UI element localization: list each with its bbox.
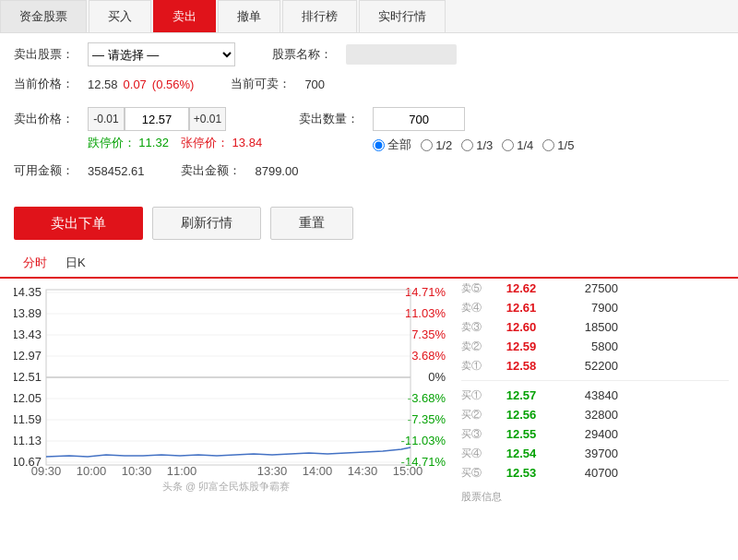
stock-info-label: 股票信息 (461, 490, 729, 504)
bid3-vol: 29400 (554, 427, 618, 441)
current-price-row: 当前价格： 12.58 0.07 (0.56%) 当前可卖： 700 (14, 76, 724, 92)
price-minus-button[interactable]: -0.01 (88, 107, 125, 131)
ask4-label: 卖④ (461, 301, 489, 315)
ask4-price: 12.61 (489, 301, 554, 315)
svg-text:7.35%: 7.35% (411, 328, 446, 341)
ask-row-1: 卖① 12.58 52200 (461, 356, 729, 375)
chart-tab-minute[interactable]: 分时 (14, 249, 56, 279)
ask-row-4: 卖④ 12.61 7900 (461, 298, 729, 317)
svg-text:12.51: 12.51 (14, 370, 42, 384)
svg-text:-7.35%: -7.35% (408, 412, 446, 426)
ask5-label: 卖⑤ (461, 281, 489, 295)
tab-realtime[interactable]: 实时行情 (359, 0, 446, 32)
stock-name-label: 股票名称： (272, 46, 346, 63)
bid3-price: 12.55 (489, 427, 554, 441)
price-change-pct: (0.56%) (152, 77, 195, 91)
svg-text:12.97: 12.97 (14, 349, 42, 363)
order-book: 卖⑤ 12.62 27500 卖④ 12.61 7900 卖③ 12.60 18… (452, 279, 738, 504)
trade-form: 卖出股票： — 请选择 — 股票名称： 当前价格： 12.58 0.07 (0.… (0, 33, 738, 197)
bid-row-3: 买③ 12.55 29400 (461, 424, 729, 444)
bid4-price: 12.54 (489, 447, 554, 460)
svg-text:10:30: 10:30 (122, 464, 152, 478)
ask2-vol: 5800 (554, 340, 618, 353)
watermark: 头条 @ 卯富全民炼股争霸赛 (14, 480, 438, 494)
svg-text:13.89: 13.89 (14, 306, 42, 320)
ask2-price: 12.59 (489, 340, 554, 353)
price-info: 12.58 0.07 (0.56%) (88, 77, 194, 91)
bid5-price: 12.53 (489, 466, 554, 480)
svg-text:09:30: 09:30 (31, 464, 62, 478)
radio-quarter[interactable]: 1/4 (502, 138, 533, 152)
limit-down-value: 11.32 (138, 136, 169, 149)
limit-up-label: 张停价： (181, 136, 229, 149)
bid1-vol: 43840 (554, 388, 618, 402)
svg-text:11.59: 11.59 (14, 412, 42, 426)
svg-text:11.03%: 11.03% (405, 306, 446, 320)
bid-row-1: 买① 12.57 43840 (461, 386, 729, 405)
stock-name-value (346, 44, 457, 65)
svg-text:13.43: 13.43 (14, 328, 42, 341)
svg-text:14.71%: 14.71% (405, 285, 446, 299)
chart-container: 14.35 13.89 13.43 12.97 12.51 12.05 11.5… (0, 279, 452, 504)
radio-all[interactable]: 全部 (373, 137, 411, 153)
price-chart: 14.35 13.89 13.43 12.97 12.51 12.05 11.5… (14, 283, 447, 482)
bid2-price: 12.56 (489, 408, 554, 422)
limit-prices: 跌停价： 11.32 张停价： 13.84 (88, 135, 262, 151)
chart-tab-daily[interactable]: 日K (56, 249, 95, 277)
limit-up-value: 13.84 (232, 136, 263, 149)
sell-amount-label: 卖出金额： (181, 162, 255, 179)
refresh-button[interactable]: 刷新行情 (152, 207, 261, 240)
available-sell-label: 当前可卖： (231, 76, 304, 92)
ask-row-2: 卖② 12.59 5800 (461, 337, 729, 356)
ask1-label: 卖① (461, 359, 489, 373)
svg-text:14.35: 14.35 (14, 285, 42, 299)
svg-text:15:00: 15:00 (393, 464, 423, 478)
tab-funds-stocks[interactable]: 资金股票 (0, 0, 87, 32)
tab-buy[interactable]: 买入 (89, 0, 151, 32)
bid-row-4: 买④ 12.54 39700 (461, 444, 729, 463)
price-plus-button[interactable]: +0.01 (189, 107, 226, 131)
tab-sell[interactable]: 卖出 (153, 0, 216, 32)
bottom-section: 14.35 13.89 13.43 12.97 12.51 12.05 11.5… (0, 279, 738, 504)
bid2-vol: 32800 (554, 408, 618, 422)
orderbook-divider (461, 380, 729, 381)
radio-third[interactable]: 1/3 (461, 138, 493, 152)
available-fund-label: 可用金额： (14, 162, 88, 179)
reset-button[interactable]: 重置 (270, 207, 353, 240)
bid2-label: 买② (461, 408, 489, 422)
ask2-label: 卖② (461, 340, 489, 353)
bid4-vol: 39700 (554, 447, 618, 460)
svg-text:14:30: 14:30 (348, 464, 378, 478)
ask3-label: 卖③ (461, 320, 489, 334)
tab-ranking[interactable]: 排行榜 (282, 0, 357, 32)
svg-text:-3.68%: -3.68% (408, 391, 446, 405)
sell-qty-input[interactable] (373, 107, 465, 131)
svg-text:-11.03%: -11.03% (401, 434, 446, 447)
ask3-price: 12.60 (489, 320, 554, 334)
stock-select[interactable]: — 请选择 — (88, 42, 235, 66)
sell-order-button[interactable]: 卖出下单 (14, 207, 143, 240)
svg-text:0%: 0% (428, 370, 446, 384)
qty-radio-group: 全部 1/2 1/3 1/4 1/5 (373, 137, 574, 153)
ask5-vol: 27500 (554, 281, 618, 295)
price-change-value: 0.07 (124, 77, 147, 91)
current-price-value: 12.58 (88, 77, 118, 91)
radio-half[interactable]: 1/2 (421, 138, 452, 152)
tab-cancel[interactable]: 撤单 (218, 0, 280, 32)
chart-tabs: 分时 日K (0, 249, 738, 279)
ask5-price: 12.62 (489, 281, 554, 295)
main-tabs: 资金股票 买入 卖出 撤单 排行榜 实时行情 (0, 0, 738, 33)
sell-price-input[interactable] (125, 107, 189, 131)
sell-amount-value: 8799.00 (255, 164, 298, 178)
radio-fifth[interactable]: 1/5 (542, 138, 574, 152)
ask3-vol: 18500 (554, 320, 618, 334)
sell-price-label: 卖出价格： (14, 107, 88, 127)
available-sell-value: 700 (304, 77, 325, 91)
current-price-label: 当前价格： (14, 76, 88, 92)
ask-row-5: 卖⑤ 12.62 27500 (461, 279, 729, 298)
ask1-price: 12.58 (489, 359, 554, 373)
bid4-label: 买④ (461, 447, 489, 460)
action-buttons: 卖出下单 刷新行情 重置 (0, 197, 738, 249)
svg-text:14:00: 14:00 (303, 464, 333, 478)
ask-row-3: 卖③ 12.60 18500 (461, 317, 729, 337)
